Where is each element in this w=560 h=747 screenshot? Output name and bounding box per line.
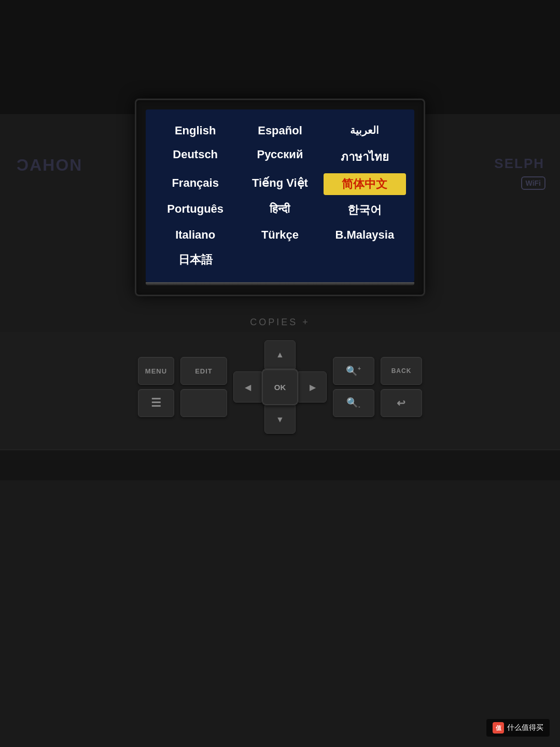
edit-label: EDIT bbox=[195, 367, 213, 375]
back-button[interactable]: BACK bbox=[381, 357, 422, 385]
watermark: 值 什么值得买 bbox=[486, 719, 550, 737]
zoom-in-button[interactable]: 🔍+ bbox=[333, 357, 374, 385]
top-background bbox=[0, 0, 560, 114]
language-item-malay[interactable]: B.Malaysia bbox=[324, 225, 406, 245]
dpad-left-button[interactable]: ◀ bbox=[233, 371, 262, 403]
back-arrow-icon: ↩ bbox=[397, 397, 406, 409]
edit-group: EDIT bbox=[180, 357, 227, 417]
edit-sub-button[interactable] bbox=[180, 389, 227, 417]
dpad-right-button[interactable]: ▶ bbox=[298, 371, 327, 403]
watermark-text: 什么值得买 bbox=[507, 723, 543, 732]
language-item-arabic[interactable]: العربية bbox=[324, 121, 406, 141]
watermark-icon: 值 bbox=[493, 722, 504, 734]
language-item-korean[interactable]: 한국어 bbox=[324, 199, 406, 221]
language-item-espanol[interactable]: Español bbox=[239, 121, 321, 141]
up-arrow-icon: ▲ bbox=[276, 350, 284, 359]
printer-body: ИОНАC SELPH WiFi EnglishEspañolالعربيةDe… bbox=[0, 114, 560, 747]
zoom-out-button[interactable]: 🔍- bbox=[333, 389, 374, 417]
edit-button[interactable]: EDIT bbox=[180, 357, 227, 385]
screen-bezel: EnglishEspañolالعربيةDeutschРусскийภาษาไ… bbox=[135, 99, 425, 296]
zoom-out-icon: 🔍- bbox=[346, 397, 360, 409]
control-panel: MENU ☰ EDIT ▲ ▼ ◀ bbox=[0, 332, 560, 449]
copies-label: COPIES + bbox=[250, 317, 310, 328]
zoom-group: 🔍+ 🔍- bbox=[333, 357, 374, 417]
language-item-russian[interactable]: Русский bbox=[239, 145, 321, 169]
back-label: BACK bbox=[391, 367, 412, 375]
brand-label-right: SELPH bbox=[494, 156, 544, 172]
menu-button[interactable]: MENU bbox=[138, 357, 174, 385]
ok-button[interactable]: OK bbox=[262, 369, 298, 405]
language-item-english[interactable]: English bbox=[154, 121, 236, 141]
right-arrow-icon: ▶ bbox=[310, 382, 316, 392]
language-item-thai[interactable]: ภาษาไทย bbox=[324, 145, 406, 169]
dpad-up-button[interactable]: ▲ bbox=[264, 340, 296, 369]
dpad-down-button[interactable]: ▼ bbox=[264, 405, 296, 434]
menu-icon: ☰ bbox=[151, 396, 162, 410]
brand-label-left: ИОНАC bbox=[16, 156, 81, 175]
wifi-badge: WiFi bbox=[521, 176, 545, 190]
language-item-francais[interactable]: Français bbox=[154, 173, 236, 195]
dpad: ▲ ▼ ◀ ▶ OK bbox=[233, 340, 327, 434]
lcd-screen: EnglishEspañolالعربيةDeutschРусскийภาษาไ… bbox=[146, 109, 414, 282]
language-item-turkish[interactable]: Türkçe bbox=[239, 225, 321, 245]
language-item-chinese-simplified[interactable]: 简体中文 bbox=[324, 173, 406, 195]
menu-label: MENU bbox=[145, 367, 167, 375]
left-arrow-icon: ◀ bbox=[245, 382, 251, 392]
language-item-italiano[interactable]: Italiano bbox=[154, 225, 236, 245]
language-item-portuguese[interactable]: Português bbox=[154, 199, 236, 221]
zoom-in-icon: 🔍+ bbox=[346, 365, 361, 377]
bottom-strip bbox=[0, 449, 560, 480]
screen-bottom-bar bbox=[146, 282, 414, 285]
language-item-vietnamese[interactable]: Tiếng Việt bbox=[239, 173, 321, 195]
down-arrow-icon: ▼ bbox=[276, 415, 284, 424]
back-group: BACK ↩ bbox=[381, 357, 422, 417]
menu-group: MENU ☰ bbox=[138, 357, 174, 417]
back-arrow-button[interactable]: ↩ bbox=[381, 389, 422, 417]
language-item-hindi[interactable]: हिन्दी bbox=[239, 199, 321, 221]
menu-sub-button[interactable]: ☰ bbox=[138, 389, 174, 417]
language-item-deutsch[interactable]: Deutsch bbox=[154, 145, 236, 169]
ok-label: OK bbox=[274, 383, 286, 392]
language-item-japanese[interactable]: 日本語 bbox=[154, 249, 236, 271]
